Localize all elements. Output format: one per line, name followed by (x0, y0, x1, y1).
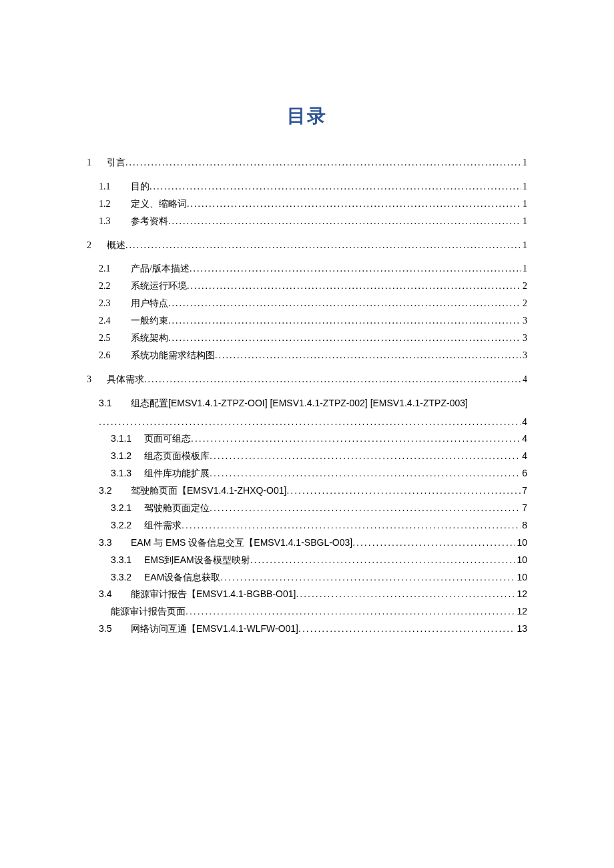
toc-entry-number: 3.2 (99, 482, 131, 500)
toc-leader-dots (187, 195, 521, 213)
toc-leader-dots (191, 430, 521, 448)
toc-entry-number: 1.3 (99, 213, 131, 230)
toc-entry-number: 1.2 (99, 195, 131, 213)
toc-entry: 2概述1 (87, 237, 527, 254)
toc-leader-dots (125, 237, 521, 254)
toc-entry: 2.1产品/版本描述1 (87, 260, 527, 278)
toc-entry-number: 1.1 (99, 178, 131, 195)
toc-entry-label: 组件库功能扩展 (144, 465, 210, 482)
toc-entry-text: 3.1组态配置[EMSV1.4.1-ZTPZ-OOI] [EMSV1.4.1-Z… (99, 395, 527, 412)
toc-leader-dots (250, 552, 516, 569)
toc-leader-dots (190, 260, 521, 278)
toc-entry-page: 4 (522, 448, 527, 465)
toc-entry-label: EMS到EAM设备模型映射 (144, 552, 250, 569)
toc-entry: 2.5系统架构3 (87, 330, 527, 347)
toc-entry: 1.1目的1 (87, 178, 527, 195)
toc-leader-dots (352, 534, 515, 552)
toc-entry-page: 1 (523, 260, 527, 278)
toc-leader-dots (182, 517, 521, 534)
toc-title: 目录 (87, 103, 527, 129)
toc-entry: 3.2.2组件需求 8 (87, 517, 527, 534)
toc-entry: 1.3参考资料1 (87, 213, 527, 230)
toc-entry: 3具体需求4 (87, 371, 527, 388)
toc-entry-label: 目的 (131, 178, 149, 195)
toc-entry-label: 系统运行环境 (131, 278, 187, 295)
toc-entry-page: 1 (523, 237, 527, 254)
toc-entry-label: 组件需求 (144, 517, 182, 534)
toc-entry: 3.4能源审计报告【EMSV1.4.1-BGBB-O01] 12 (87, 586, 527, 603)
toc-entry-number: 3.2.2 (111, 517, 144, 534)
toc-leader-dots (187, 278, 521, 295)
table-of-contents: 1引言11.1目的11.2定义、缩略词11.3参考资料12概述12.1产品/版本… (87, 154, 527, 638)
toc-entry-page: 2 (523, 278, 527, 295)
toc-entry-page: 10 (517, 569, 527, 586)
toc-leader-dots (168, 295, 521, 312)
toc-entry-number: 2.4 (99, 312, 131, 330)
toc-leader-dots (210, 448, 521, 465)
toc-entry-page: 12 (517, 586, 527, 603)
toc-leader-dots (296, 586, 515, 603)
toc-entry-page: 13 (517, 620, 527, 638)
toc-entry-label: 用户特点 (131, 295, 168, 312)
toc-entry-number: 3.3.2 (111, 569, 144, 586)
toc-entry-page: 4 (522, 414, 527, 431)
toc-entry: 2.3用户特点2 (87, 295, 527, 312)
toc-leader-dots (210, 465, 521, 482)
toc-entry-number: 3 (87, 371, 107, 388)
toc-entry-page: 7 (522, 482, 527, 500)
toc-entry-label: 引言 (107, 154, 125, 171)
toc-entry-page: 12 (517, 603, 527, 620)
toc-entry-number: 3.5 (99, 620, 131, 638)
toc-leader-dots (168, 312, 521, 330)
toc-entry: 3.1.3组件库功能扩展 6 (87, 465, 527, 482)
toc-leader-dots (168, 213, 521, 230)
toc-entry-page: 3 (523, 312, 527, 330)
toc-entry-label: 页面可组态 (144, 430, 191, 448)
toc-entry: 3.1.1页面可组态 4 (87, 430, 527, 448)
toc-entry: 1.2定义、缩略词1 (87, 195, 527, 213)
toc-entry-label: 组态配置[EMSV1.4.1-ZTPZ-OOI] [EMSV1.4.1-ZTPZ… (131, 398, 468, 408)
toc-entry: 能源审计报告页面 12 (87, 603, 527, 620)
toc-entry-number: 2.1 (99, 260, 131, 278)
toc-leader-dots (186, 603, 515, 620)
toc-entry-label: EAM 与 EMS 设备信息交互【EMSV1.4.1-SBGL-O03] (131, 534, 352, 552)
toc-leader-dots (220, 569, 515, 586)
toc-entry: 3.2驾驶舱页面【EMSV1.4.1-ZHXQ-O01] 7 (87, 482, 527, 500)
toc-entry-label: 具体需求 (107, 371, 144, 388)
toc-entry-number: 2 (87, 237, 107, 254)
toc-entry-label: EAM设备信息获取 (144, 569, 220, 586)
toc-entry-label: 概述 (107, 237, 125, 254)
toc-entry-page: 7 (522, 500, 527, 517)
toc-entry: 3.1.2组态页面模板库 4 (87, 448, 527, 465)
toc-entry-label: 系统功能需求结构图 (131, 347, 215, 364)
toc-entry: 3.2.1驾驶舱页面定位 7 (87, 500, 527, 517)
toc-entry-page: 1 (523, 154, 527, 171)
toc-entry-label: 一般约束 (131, 312, 168, 330)
toc-entry-number: 3.1.2 (111, 448, 144, 465)
toc-entry-number: 3.3 (99, 534, 131, 552)
toc-entry-page: 6 (522, 465, 527, 482)
toc-entry-label: 能源审计报告【EMSV1.4.1-BGBB-O01] (131, 586, 296, 603)
toc-entry-number: 2.5 (99, 330, 131, 347)
toc-leader-dots (215, 347, 521, 364)
toc-entry-number: 3.3.1 (111, 552, 144, 569)
toc-entry-page: 1 (523, 178, 527, 195)
toc-leader-dots (144, 371, 521, 388)
toc-leader-dots (125, 154, 521, 171)
toc-entry: 2.2系统运行环境2 (87, 278, 527, 295)
toc-entry-page: 4 (523, 371, 527, 388)
toc-entry-number: 3.1.1 (111, 430, 144, 448)
toc-entry-label: 网络访问互通【EMSV1.4.1-WLFW-O01] (131, 620, 298, 638)
toc-entry-page: 3 (523, 330, 527, 347)
toc-entry-page: 10 (517, 552, 527, 569)
toc-entry: 2.4一般约束3 (87, 312, 527, 330)
document-page: 目录 1引言11.1目的11.2定义、缩略词11.3参考资料12概述12.1产品… (87, 103, 527, 638)
toc-entry-page: 10 (517, 534, 527, 552)
toc-entry-number: 2.2 (99, 278, 131, 295)
toc-entry-page: 8 (522, 517, 527, 534)
toc-entry-number: 3.2.1 (111, 500, 144, 517)
toc-entry-number: 3.1.3 (111, 465, 144, 482)
toc-entry: 3.3.2EAM设备信息获取 10 (87, 569, 527, 586)
toc-entry-number: 2.6 (99, 347, 131, 364)
toc-entry-label: 驾驶舱页面【EMSV1.4.1-ZHXQ-O01] (131, 482, 286, 500)
